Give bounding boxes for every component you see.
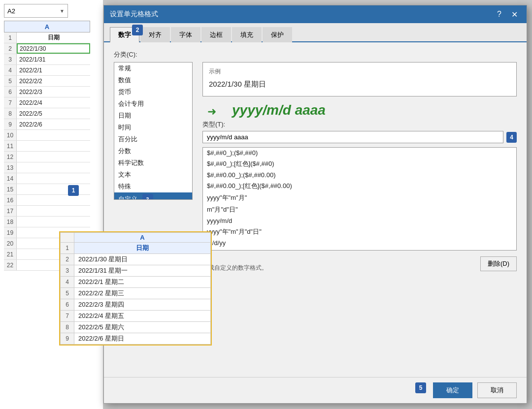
row-cell[interactable] bbox=[17, 173, 90, 184]
badge-1-area: 1 bbox=[68, 185, 79, 196]
row-number: 13 bbox=[4, 162, 17, 173]
overlay-row-cell: 2022/2/5 星期六 bbox=[74, 322, 211, 333]
cell-ref-dropdown[interactable]: ▼ bbox=[60, 8, 65, 14]
sheet-row[interactable]: 12 bbox=[4, 152, 90, 162]
tab-fill[interactable]: 填充 bbox=[232, 27, 262, 42]
close-button[interactable]: ✕ bbox=[508, 9, 521, 20]
category-item-currency[interactable]: 货币 bbox=[114, 86, 192, 98]
row-cell[interactable] bbox=[17, 206, 90, 216]
format-list[interactable]: $#,##0_);($#,##0) $#,##0_);[红色]($#,##0) … bbox=[202, 147, 517, 251]
cell-reference-box[interactable]: A2 ▼ bbox=[4, 4, 68, 18]
category-item-scientific[interactable]: 科学记数 bbox=[114, 157, 192, 169]
sheet-row[interactable]: 52022/2/2 bbox=[4, 76, 90, 87]
help-button[interactable]: ? bbox=[494, 9, 504, 20]
row-cell[interactable] bbox=[17, 152, 90, 162]
row-cell[interactable]: 2022/2/5 bbox=[17, 108, 90, 119]
row-cell[interactable] bbox=[17, 141, 90, 151]
row-cell[interactable]: 2022/2/3 bbox=[17, 87, 90, 97]
sheet-row[interactable]: 14 bbox=[4, 173, 90, 184]
overlay-row: 92022/2/6 星期日 bbox=[61, 333, 211, 345]
row-cell[interactable]: 2022/2/4 bbox=[17, 97, 90, 108]
sheet-row[interactable]: 32022/1/31 bbox=[4, 54, 90, 65]
row-cell[interactable]: 2022/2/6 bbox=[17, 119, 90, 129]
tab-border[interactable]: 边框 bbox=[201, 27, 231, 42]
row-cell[interactable] bbox=[17, 217, 90, 227]
row-number: 6 bbox=[4, 87, 17, 97]
tab-number[interactable]: 数字 2 bbox=[110, 27, 139, 42]
desc-delete-row: 以成自定义的数字格式。 删除(D) bbox=[202, 256, 517, 276]
format-item-1[interactable]: $#,##0_);($#,##0) bbox=[203, 148, 516, 158]
row-cell[interactable] bbox=[17, 195, 90, 205]
badge-category: 3 bbox=[142, 194, 153, 200]
sheet-row[interactable]: 10 bbox=[4, 130, 90, 141]
tab-protect[interactable]: 保护 bbox=[263, 27, 292, 42]
row-cell[interactable]: 2022/1/31 bbox=[17, 54, 90, 64]
sheet-row[interactable]: 82022/2/5 bbox=[4, 108, 90, 119]
tab-align[interactable]: 对齐 bbox=[140, 27, 170, 42]
category-item-fraction[interactable]: 分数 bbox=[114, 145, 192, 157]
category-item-time[interactable]: 时间 bbox=[114, 122, 192, 133]
type-input-field[interactable] bbox=[202, 131, 503, 143]
category-item-date[interactable]: 日期 bbox=[114, 110, 192, 122]
delete-button[interactable]: 删除(D) bbox=[480, 256, 517, 271]
format-item-8[interactable]: yyyy"年"m"月"d"日" bbox=[203, 226, 516, 238]
column-header-a[interactable]: A bbox=[4, 21, 90, 32]
sheet-row[interactable]: 13 bbox=[4, 162, 90, 173]
overlay-row-cell: 2022/1/31 星期一 bbox=[74, 265, 211, 277]
sheet-row[interactable]: 16 bbox=[4, 195, 90, 206]
row-cell[interactable]: 2022/2/1 bbox=[17, 65, 90, 75]
overlay-row: 22022/1/30 星期日 bbox=[61, 254, 211, 265]
format-item-2[interactable]: $#,##0_);[红色]($#,##0) bbox=[203, 158, 516, 170]
overlay-row-num: 7 bbox=[61, 311, 74, 322]
category-list[interactable]: 常规 数值 货币 会计专用 日期 时间 百分比 分数 科学记数 文本 特殊 自定… bbox=[114, 62, 193, 200]
overlay-row: 82022/2/5 星期六 bbox=[61, 322, 211, 333]
annotation-area: yyyy/m/d aaaa ➜ bbox=[202, 102, 517, 118]
row-cell[interactable]: 日期 bbox=[17, 32, 90, 43]
sheet-row[interactable]: 11 bbox=[4, 141, 90, 152]
sheet-row[interactable]: 18 bbox=[4, 217, 90, 227]
row-cell[interactable] bbox=[17, 184, 90, 194]
row-cell[interactable]: 2022/2/2 bbox=[17, 76, 90, 86]
format-item-10[interactable]: d-mmm-yy bbox=[203, 248, 516, 251]
row-number: 15 bbox=[4, 184, 17, 194]
row-cell[interactable] bbox=[17, 162, 90, 173]
preview-label: 示例 bbox=[209, 67, 510, 76]
row-number: 20 bbox=[4, 238, 17, 249]
row-number: 5 bbox=[4, 76, 17, 86]
overlay-row-num: 2 bbox=[61, 254, 74, 265]
overlay-row: 42022/2/1 星期二 bbox=[61, 277, 211, 288]
row-number: 18 bbox=[4, 217, 17, 227]
tab-font[interactable]: 字体 bbox=[171, 27, 200, 42]
cancel-button[interactable]: 取消 bbox=[477, 382, 517, 398]
overlay-row-num: 9 bbox=[61, 333, 74, 345]
row-cell[interactable] bbox=[17, 130, 90, 140]
category-item-general[interactable]: 常规 bbox=[114, 63, 192, 74]
sheet-row[interactable]: 72022/2/4 bbox=[4, 97, 90, 108]
category-item-percent[interactable]: 百分比 bbox=[114, 133, 192, 145]
category-item-special[interactable]: 特殊 bbox=[114, 181, 192, 192]
format-item-7[interactable]: yyyy/m/d bbox=[203, 216, 516, 226]
overlay-row: 72022/2/4 星期五 bbox=[61, 311, 211, 322]
category-item-accounting[interactable]: 会计专用 bbox=[114, 98, 192, 110]
row-number: 1 bbox=[4, 32, 17, 43]
description-text: 以成自定义的数字格式。 bbox=[202, 264, 267, 272]
row-cell[interactable]: 2022/1/30 bbox=[17, 43, 90, 54]
format-item-4[interactable]: $#,##0.00_);[红色]($#,##0.00) bbox=[203, 180, 516, 192]
sheet-row[interactable]: 92022/2/6 bbox=[4, 119, 90, 130]
format-item-5[interactable]: yyyy"年"m"月" bbox=[203, 192, 516, 204]
category-item-text[interactable]: 文本 bbox=[114, 169, 192, 181]
overlay-row-cell: 2022/2/4 星期五 bbox=[74, 311, 211, 322]
format-item-6[interactable]: m"月"d"日" bbox=[203, 204, 516, 216]
sheet-row[interactable]: 42022/2/1 bbox=[4, 65, 90, 76]
overlay-col-header: A bbox=[74, 233, 211, 243]
category-item-custom[interactable]: 自定义 3 bbox=[114, 192, 192, 200]
sheet-row[interactable]: 62022/2/3 bbox=[4, 87, 90, 97]
format-item-9[interactable]: m/d/yy bbox=[203, 238, 516, 248]
ok-button[interactable]: 确定 bbox=[433, 382, 472, 398]
sheet-row[interactable]: 22022/1/30 bbox=[4, 43, 90, 54]
sheet-row[interactable]: 1日期 bbox=[4, 32, 90, 43]
category-item-number[interactable]: 数值 bbox=[114, 74, 192, 86]
sheet-row[interactable]: 17 bbox=[4, 206, 90, 217]
overlay-row-cell: 2022/2/2 星期三 bbox=[74, 288, 211, 299]
format-item-3[interactable]: $#,##0.00_);($#,##0.00) bbox=[203, 170, 516, 180]
